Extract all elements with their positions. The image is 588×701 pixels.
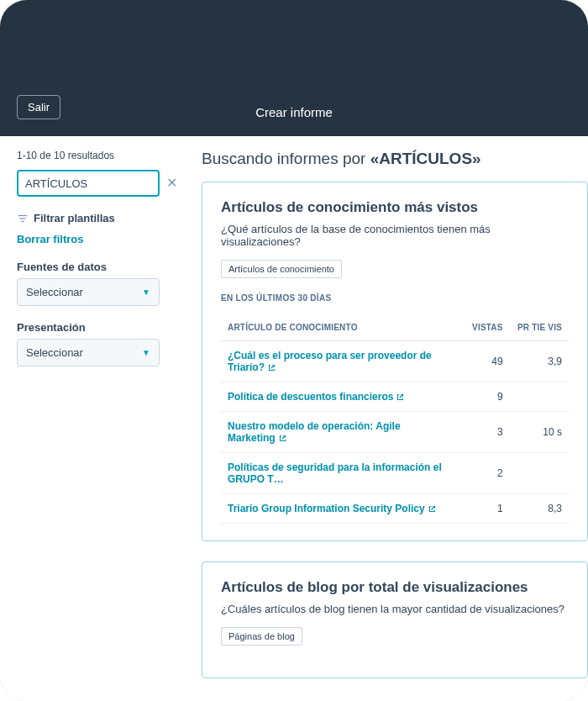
table-row: Política de descuentos financieros 9 <box>221 382 569 412</box>
external-link-icon <box>396 393 404 401</box>
report-title: Artículos de blog por total de visualiza… <box>221 579 569 596</box>
article-link[interactable]: Nuestro modelo de operación: Agile Marke… <box>221 412 458 453</box>
data-sources-select[interactable]: Seleccionar ▼ <box>17 278 160 306</box>
views-cell: 2 <box>458 453 510 494</box>
chevron-down-icon: ▼ <box>142 348 150 357</box>
report-title: Artículos de conocimiento más vistos <box>221 199 569 216</box>
filter-templates-label: Filtrar plantillas <box>34 212 115 224</box>
views-cell: 9 <box>458 382 510 412</box>
time-cell: 3,9 <box>510 341 569 382</box>
table-row: Nuestro modelo de operación: Agile Marke… <box>221 412 569 453</box>
table-row: Políticas de seguridad para la informaci… <box>221 453 569 494</box>
report-subtitle: ¿Qué artículos de la base de conocimient… <box>221 223 569 248</box>
table-row: Triario Group Information Security Polic… <box>221 494 569 524</box>
filter-templates-row[interactable]: Filtrar plantillas <box>17 212 160 224</box>
data-sources-value: Seleccionar <box>26 286 83 298</box>
col-article-header[interactable]: ARTÍCULO DE CONOCIMIENTO <box>221 314 458 341</box>
col-time-header[interactable]: PR TIE VIS <box>510 314 569 341</box>
main-panel: Buscando informes por «ARTÍCULOS» Artícu… <box>176 136 588 701</box>
article-link[interactable]: Políticas de seguridad para la informaci… <box>221 453 458 494</box>
header: Salir Crear informe <box>0 0 588 136</box>
time-cell <box>510 453 569 494</box>
external-link-icon <box>268 364 276 372</box>
presentation-value: Seleccionar <box>26 346 83 359</box>
time-cell: 8,3 <box>510 494 569 524</box>
clear-filters-link[interactable]: Borrar filtros <box>17 233 160 245</box>
report-tag: Artículos de conocimiento <box>221 260 342 278</box>
content: 1-10 de 10 resultados ✕ Filtrar plantill… <box>0 136 588 701</box>
results-count: 1-10 de 10 resultados <box>17 150 160 161</box>
main-title: Buscando informes por «ARTÍCULOS» <box>202 150 588 168</box>
report-card[interactable]: Artículos de blog por total de visualiza… <box>202 561 588 678</box>
chevron-down-icon: ▼ <box>142 287 150 297</box>
time-cell: 10 s <box>510 412 569 453</box>
date-range: EN LOS ÚLTIMOS 30 DÍAS <box>221 293 569 303</box>
table-row: ¿Cuál es el proceso para ser proveedor d… <box>221 341 569 382</box>
time-cell <box>510 382 569 412</box>
article-link[interactable]: ¿Cuál es el proceso para ser proveedor d… <box>221 341 458 382</box>
app-window: Salir Crear informe 1-10 de 10 resultado… <box>0 0 588 701</box>
article-link[interactable]: Política de descuentos financieros <box>221 382 458 412</box>
page-title: Crear informe <box>255 105 333 119</box>
article-link[interactable]: Triario Group Information Security Polic… <box>221 494 458 524</box>
external-link-icon <box>279 435 286 442</box>
main-title-term: «ARTÍCULOS» <box>370 150 481 167</box>
search-input[interactable] <box>25 177 166 190</box>
sidebar: 1-10 de 10 resultados ✕ Filtrar plantill… <box>0 136 176 701</box>
filter-icon <box>17 213 29 224</box>
exit-button[interactable]: Salir <box>17 95 60 119</box>
external-link-icon <box>428 505 436 513</box>
main-title-prefix: Buscando informes por <box>202 150 370 167</box>
report-tag: Páginas de blog <box>221 627 302 646</box>
views-cell: 49 <box>458 341 510 382</box>
presentation-label: Presentación <box>17 321 160 334</box>
report-card[interactable]: Artículos de conocimiento más vistos ¿Qu… <box>202 182 588 541</box>
views-cell: 1 <box>458 494 510 524</box>
report-table: ARTÍCULO DE CONOCIMIENTO VISTAS PR TIE V… <box>221 314 569 524</box>
presentation-select[interactable]: Seleccionar ▼ <box>17 339 160 366</box>
search-box[interactable]: ✕ <box>17 170 160 197</box>
data-sources-label: Fuentes de datos <box>17 261 160 273</box>
report-subtitle: ¿Cuáles artículos de blog tienen la mayo… <box>221 603 569 615</box>
col-views-header[interactable]: VISTAS <box>458 314 510 341</box>
views-cell: 3 <box>458 412 510 453</box>
